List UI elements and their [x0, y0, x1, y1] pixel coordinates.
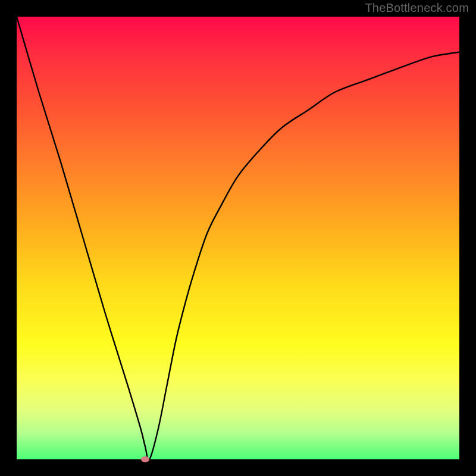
- curve-svg: [17, 17, 459, 459]
- plot-area: [17, 17, 459, 459]
- minimum-marker: [141, 456, 149, 462]
- watermark-text: TheBottleneck.com: [365, 1, 469, 15]
- curve-path: [17, 17, 459, 460]
- chart-frame: TheBottleneck.com: [0, 0, 476, 476]
